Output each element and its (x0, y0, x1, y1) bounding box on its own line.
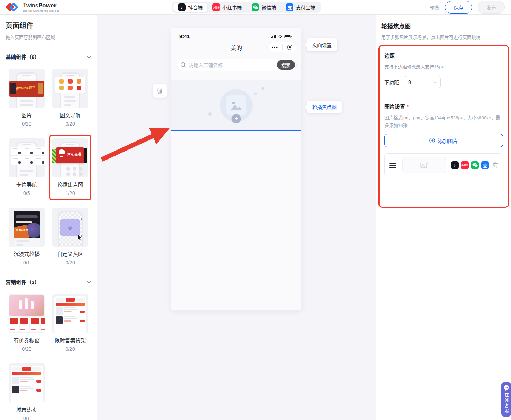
component-thumb-card-nav (9, 138, 45, 177)
alipay-icon: 支 (286, 3, 293, 11)
component-thumb-coupon-showcase (9, 294, 45, 333)
image-placeholder-icon: + (220, 89, 253, 122)
phone-status-bar: 9:41 (171, 28, 301, 39)
component-card-image[interactable]: 春节vlog挑战 图片 0/20 (6, 65, 48, 131)
douyin-icon: ♪ (178, 3, 186, 11)
phone-nav-bar: 美的 ••• (171, 39, 301, 55)
preview-button[interactable]: 预览 (430, 4, 440, 11)
online-support-fab[interactable]: 在线客服 (501, 382, 511, 417)
status-icons (271, 34, 293, 39)
chat-bubble-icon (503, 385, 509, 391)
chevron-down-icon (87, 281, 91, 283)
phone-preview: 9:41 美的 ••• 请 (171, 28, 301, 310)
alipay-icon[interactable]: 支 (481, 161, 489, 169)
components-sidebar: 页面组件 拖入页面容器到画布区域 基础组件（6） 春节vlog挑战 图片 0/2… (0, 15, 97, 420)
cursor-icon (78, 235, 83, 240)
inspector-title: 轮播焦点图 (376, 22, 511, 30)
chevron-down-icon (87, 55, 91, 58)
carousel-image-item: ♪ 小红书 支 (384, 153, 503, 177)
inspector-subtitle: 用于多张图片展示场景，点击图片可进行页面跳转 (376, 34, 511, 40)
close-target-icon (283, 45, 297, 50)
tab-douyin[interactable]: ♪ 抖音端 (173, 3, 207, 12)
annotation-highlight-box: 边距 支持下边距修改最大支持16px 下边距 8 图片设置* 图片格式jpg、p… (378, 45, 509, 208)
miniapp-capsule: ••• (267, 42, 297, 52)
store-search-bar: 请输入店铺名称 搜索 (176, 59, 297, 71)
component-thumb-flash-sale-shelf (52, 294, 88, 333)
component-count: 0/20 (9, 346, 45, 352)
xiaohongshu-icon[interactable]: 小红书 (461, 161, 469, 169)
add-image-plus-icon[interactable]: + (232, 114, 241, 123)
delete-component-button[interactable] (153, 84, 167, 98)
component-card-carousel[interactable]: 不七而遇 轮播焦点图 1/20 (49, 135, 92, 200)
brand-logo: TwinsPower Digital Commerce Builder (6, 2, 59, 13)
picture-add-icon (420, 162, 428, 168)
save-button[interactable]: 保存 (445, 1, 472, 14)
component-thumb-icon-nav (52, 69, 88, 108)
xiaohongshu-icon: 小红书 (212, 3, 220, 11)
store-title: 美的 (230, 43, 242, 52)
section-basic-components[interactable]: 基础组件（6） (6, 53, 91, 60)
status-time: 9:41 (179, 33, 190, 39)
component-thumb-custom-hotzone: ▣ (52, 208, 88, 247)
component-count: 0/1 (9, 260, 45, 265)
component-card-icon-nav[interactable]: 图文导航 0/20 (49, 65, 92, 131)
search-button: 搜索 (277, 60, 295, 70)
brand-logo-icon (6, 2, 19, 13)
platform-tabs: ♪ 抖音端 小红书 小红书端 微信端 支 支付宝端 (172, 2, 321, 13)
component-count: 0/20 (52, 121, 88, 127)
tab-xiaohongshu[interactable]: 小红书 小红书端 (208, 3, 246, 12)
more-icon: ••• (268, 45, 282, 49)
component-count: 0/20 (9, 121, 45, 127)
publish-button[interactable]: 发布 (478, 1, 505, 14)
sidebar-title: 页面组件 (6, 20, 91, 30)
bottom-margin-label: 下边距 (384, 79, 399, 86)
carousel-component-tag[interactable]: 轮播焦点图 (307, 101, 342, 113)
component-count: 0/20 (52, 346, 88, 352)
platform-toggle-icons: ♪ 小红书 支 (451, 161, 489, 169)
image-upload-slot[interactable] (402, 157, 446, 173)
online-support-label: 在线客服 (503, 393, 510, 414)
component-count: 0/5 (9, 190, 45, 196)
page-settings-tag[interactable]: 页面设置 (307, 38, 337, 51)
component-card-immersive-carousel[interactable]: 10.10-11.01 沉浸式轮播 0/1 (6, 204, 48, 270)
component-card-flash-sale-shelf[interactable]: 限时售卖货架 0/20 (49, 290, 92, 356)
trash-icon (157, 88, 163, 94)
wechat-icon[interactable] (471, 161, 479, 169)
image-settings-title: 图片设置* (384, 103, 503, 110)
component-card-custom-hotzone[interactable]: ▣ 自定义热区 0/20 (49, 204, 92, 270)
carousel-component-selected[interactable]: + (171, 80, 301, 131)
component-count: 1/20 (52, 190, 88, 196)
search-icon (180, 62, 186, 68)
component-count: 0/1 (9, 415, 45, 420)
trash-icon (493, 162, 498, 168)
canvas-area: 9:41 美的 ••• 请 (97, 15, 376, 420)
component-card-coupon-showcase[interactable]: 有价券橱窗 0/20 (6, 290, 48, 356)
add-image-button[interactable]: 添加图片 (384, 134, 503, 147)
component-thumb-city-hot-sale (9, 363, 45, 402)
component-thumb-immersive-carousel: 10.10-11.01 (9, 208, 45, 247)
margin-hint: 支持下边距修改最大支持16px (384, 63, 503, 70)
delete-image-button[interactable] (493, 162, 498, 168)
annotation-arrow (97, 124, 177, 165)
sidebar-subtitle: 拖入页面容器到画布区域 (6, 34, 91, 40)
brand-subtitle: Digital Commerce Builder (23, 9, 59, 12)
wechat-icon (252, 3, 259, 11)
inspector-panel: 轮播焦点图 用于多张图片展示场景，点击图片可进行页面跳转 边距 支持下边距修改最… (376, 15, 511, 420)
search-placeholder: 请输入店铺名称 (189, 61, 277, 68)
component-card-city-hot-sale[interactable]: 城市热卖 0/1 (6, 360, 48, 420)
plus-circle-icon (429, 138, 435, 143)
top-bar: TwinsPower Digital Commerce Builder ♪ 抖音… (0, 0, 511, 15)
brand-name: TwinsPower (23, 2, 59, 9)
section-marketing-components[interactable]: 营销组件（3） (6, 278, 91, 285)
tab-wechat[interactable]: 微信端 (247, 3, 281, 12)
component-thumb-image: 春节vlog挑战 (9, 69, 45, 108)
tab-alipay[interactable]: 支 支付宝端 (281, 3, 320, 12)
margin-group-title: 边距 (384, 52, 503, 59)
douyin-icon[interactable]: ♪ (451, 161, 459, 169)
bottom-margin-select[interactable]: 8 (404, 76, 441, 88)
component-card-card-nav[interactable]: 卡片导航 0/5 (6, 135, 48, 200)
component-thumb-carousel: 不七而遇 (52, 138, 88, 177)
drag-handle-icon[interactable] (389, 162, 396, 169)
required-asterisk: * (407, 104, 409, 110)
component-count: 0/20 (52, 260, 88, 265)
